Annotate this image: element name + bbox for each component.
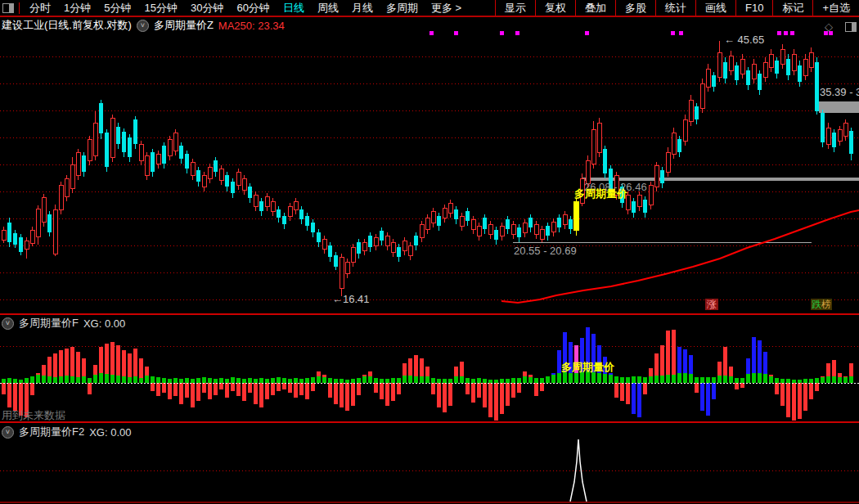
candle-body [311, 223, 315, 232]
indicator-bar [305, 383, 309, 399]
period-tab-10[interactable]: 更多 > [425, 0, 468, 16]
candle-body [236, 172, 241, 185]
panel-f-name[interactable]: 多周期量价F [19, 316, 79, 331]
candle-body [265, 196, 269, 206]
period-tab-2[interactable]: 5分钟 [97, 0, 137, 16]
tool-button-0[interactable]: 显示 [495, 0, 535, 16]
indicator-bar-green [815, 378, 819, 383]
chevron-circle-icon[interactable]: ˅ [137, 20, 149, 32]
period-tab-0[interactable]: 分时 [23, 0, 57, 16]
indicator-bar [374, 383, 378, 393]
indicator-bar-green [36, 375, 40, 383]
indicator-bar-green [133, 376, 137, 383]
tool-button-4[interactable]: 统计 [655, 0, 695, 16]
indicator-name[interactable]: 多周期量价Z [154, 18, 214, 33]
indicator-bar [448, 383, 452, 406]
split-window-icon[interactable] [2, 3, 14, 13]
indicator-bar [488, 383, 492, 417]
tool-button-1[interactable]: 复权 [535, 0, 575, 16]
signal-dot [585, 31, 589, 35]
tool-button-5[interactable]: 画线 [695, 0, 735, 16]
split-window-icon[interactable] [845, 22, 857, 32]
candle-body [683, 119, 687, 141]
indicator-bar-green [122, 376, 126, 383]
indicator-bar-green [454, 376, 458, 383]
tool-button-6[interactable]: F10 [735, 0, 772, 16]
candle-body [76, 152, 80, 175]
fall-badge-char1: 跌 [812, 299, 821, 310]
candle-body [368, 236, 372, 247]
period-tab-7[interactable]: 周线 [311, 0, 345, 16]
tool-button-7[interactable]: 标记 [772, 0, 812, 16]
indicator-bar [13, 383, 17, 411]
candle-body [695, 106, 699, 119]
candle-body [763, 62, 767, 77]
indicator-bar-green [328, 378, 332, 383]
indicator-bar-green [299, 379, 304, 383]
indicator-bar-green [317, 376, 321, 383]
indicator-bar-green [643, 377, 647, 383]
indicator-bar [706, 383, 710, 416]
indicator-bar-green [460, 376, 464, 383]
rise-badge[interactable]: 涨 [705, 299, 718, 310]
candle-body [334, 255, 338, 267]
indicator-bar [740, 383, 744, 388]
indicator-bar-green [168, 379, 172, 383]
candle-body [775, 61, 779, 74]
indicator-bar-green [523, 376, 527, 383]
indicator-bar [632, 383, 636, 414]
indicator-bar-green [809, 379, 813, 383]
indicator-bar [168, 383, 172, 399]
period-tab-5[interactable]: 60分钟 [230, 0, 276, 16]
panel-f2-name[interactable]: 多周期量价F2 [19, 425, 84, 439]
period-tab-6[interactable]: 日线 [277, 0, 311, 16]
candle-body [849, 131, 853, 154]
candle-body [380, 231, 384, 241]
period-tab-1[interactable]: 1分钟 [57, 0, 97, 16]
indicator-bar [380, 383, 384, 399]
candle-body [483, 218, 487, 229]
indicator-bar [156, 383, 160, 396]
candle-body [729, 56, 733, 70]
candle-body [271, 201, 275, 211]
period-tab-4[interactable]: 30分钟 [184, 0, 230, 16]
indicator-bar-green [214, 379, 218, 383]
tool-button-8[interactable]: +自选 [812, 0, 859, 16]
period-tab-8[interactable]: 月线 [345, 0, 380, 16]
indicator-bar-green [231, 377, 235, 383]
indicator-bar-green [849, 376, 853, 383]
period-tab-9[interactable]: 多周期 [380, 0, 425, 16]
candle-body [345, 262, 349, 273]
indicator-bar-green [483, 379, 487, 383]
indicator-bar-green [740, 378, 744, 383]
signal-dot [679, 31, 683, 35]
indicator-bar-green [139, 378, 143, 383]
indicator-bar [637, 383, 641, 417]
fall-badge[interactable]: 跌榜 [811, 299, 832, 310]
indicator-bar-green [311, 377, 315, 383]
indicator-bar-green [620, 377, 624, 383]
indicator-bar-green [672, 375, 676, 383]
indicator-bar [254, 383, 258, 404]
candle-body [122, 132, 126, 152]
candle-body [19, 237, 23, 252]
indicator-bar [792, 383, 796, 421]
indicator-bar [700, 383, 704, 411]
candle-body [414, 236, 418, 245]
indicator-bar-green [59, 376, 63, 383]
top-bar: 分时1分钟5分钟15分钟30分钟60分钟日线周线月线多周期更多 > 显示复权叠加… [0, 0, 859, 17]
period-tab-3[interactable]: 15分钟 [137, 0, 183, 16]
signal-dot [515, 31, 519, 35]
candle-body [752, 64, 756, 79]
tool-button-3[interactable]: 多股 [615, 0, 655, 16]
candle-body [746, 70, 750, 85]
diamond-icon[interactable]: ◇ [825, 21, 833, 32]
indicator-bar-green [420, 376, 424, 383]
chevron-circle-icon[interactable]: ˅ [2, 317, 14, 330]
candle-body [717, 52, 722, 77]
tool-button-2[interactable]: 叠加 [575, 0, 615, 16]
candle-body [128, 137, 132, 157]
chevron-circle-icon[interactable]: ˅ [2, 426, 14, 439]
indicator-bar-green [202, 377, 206, 383]
indicator-bar [328, 383, 332, 398]
